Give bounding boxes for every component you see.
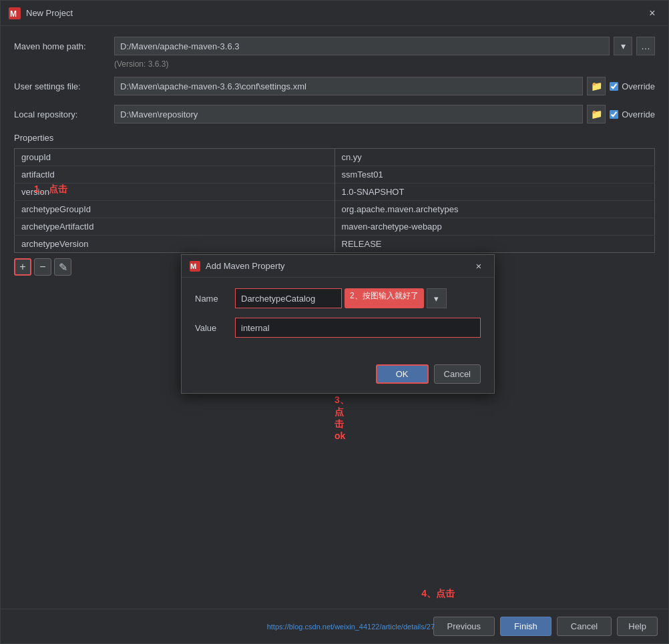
properties-table: groupId cn.yy artifactId ssmTest01 versi… (14, 148, 655, 253)
sub-dialog-title-text: Add Maven Property (206, 261, 471, 271)
maven-home-input-wrap: ▾ … (114, 37, 655, 55)
prop-value-groupid: cn.yy (334, 149, 655, 166)
local-repo-override-label: Override (622, 109, 655, 119)
sub-name-input-wrap: 2、按图输入就好了 ▾ (235, 288, 481, 308)
svg-text:M: M (10, 9, 17, 19)
sub-dialog-footer: OK Cancel (182, 358, 494, 393)
sub-cancel-button[interactable]: Cancel (434, 364, 481, 384)
prop-value-archetypegroupid: org.apache.maven.archetypes (334, 201, 655, 218)
prop-key-archetypegroupid: archetypeGroupId (15, 201, 335, 218)
local-repo-row: Local repository: 📁 Override (14, 105, 655, 123)
sub-value-row: Value (195, 318, 481, 338)
add-maven-property-dialog: M Add Maven Property × Name 2、按图输入就好了 ▾ … (181, 254, 495, 394)
table-row: version 1.0-SNAPSHOT (15, 184, 655, 201)
user-settings-browse[interactable]: 📁 (587, 77, 606, 95)
prop-value-archetypeartifactid: maven-archetype-webapp (334, 218, 655, 236)
footer-url: https://blog.csdn.net/weixin_44122/artic… (267, 623, 435, 631)
ok-button[interactable]: OK (376, 364, 429, 384)
sub-dialog-close-button[interactable]: × (471, 259, 486, 274)
cancel-footer-button[interactable]: Cancel (557, 617, 612, 636)
finish-button[interactable]: Finish (500, 617, 551, 636)
maven-home-dropdown[interactable]: ▾ (614, 37, 632, 55)
sub-value-input[interactable] (235, 318, 481, 338)
prop-value-version: 1.0-SNAPSHOT (334, 184, 655, 201)
sub-dialog-body: Name 2、按图输入就好了 ▾ Value (182, 278, 494, 358)
prop-key-archetypeversion: archetypeVersion (15, 236, 335, 253)
add-property-button[interactable]: + (14, 258, 31, 276)
maven-home-label: Maven home path: (14, 41, 114, 51)
prop-value-artifactid: ssmTest01 (334, 166, 655, 184)
user-settings-input[interactable] (114, 77, 583, 95)
sub-dialog-icon: M (190, 261, 200, 272)
prop-key-groupid: groupId (15, 149, 335, 166)
title-bar: M New Project × (1, 1, 668, 26)
properties-section-title: Properties (14, 133, 655, 143)
local-repo-input-wrap: 📁 Override (114, 105, 655, 123)
local-repo-browse[interactable]: 📁 (587, 105, 606, 123)
user-settings-row: User settings file: 📁 Override (14, 77, 655, 95)
edit-property-button[interactable]: ✎ (54, 258, 71, 276)
name-dropdown-button[interactable]: ▾ (427, 288, 447, 308)
remove-property-button[interactable]: − (34, 258, 51, 276)
annotation-4: 4、点击 (421, 588, 455, 600)
maven-logo-icon: M (9, 7, 21, 19)
close-button[interactable]: × (644, 5, 660, 21)
table-row: archetypeArtifactId maven-archetype-weba… (15, 218, 655, 236)
user-settings-label: User settings file: (14, 81, 114, 91)
local-repo-input[interactable] (114, 105, 583, 123)
sub-name-row: Name 2、按图输入就好了 ▾ (195, 288, 481, 308)
user-settings-override-wrap: Override (610, 81, 655, 91)
prop-value-archetypeversion: RELEASE (334, 236, 655, 253)
local-repo-label: Local repository: (14, 109, 114, 119)
sub-name-input[interactable] (235, 288, 342, 308)
annotation-1: 1、点击 (34, 184, 67, 196)
svg-text:M: M (190, 262, 196, 270)
sub-value-label: Value (195, 323, 235, 333)
maven-home-row: Maven home path: ▾ … (14, 37, 655, 55)
user-settings-override-label: Override (622, 81, 655, 91)
name-annotation-bubble: 2、按图输入就好了 (345, 288, 424, 308)
prop-key-artifactid: artifactId (15, 166, 335, 184)
local-repo-override-checkbox[interactable] (610, 110, 618, 119)
table-row: archetypeGroupId org.apache.maven.archet… (15, 201, 655, 218)
sub-name-label: Name (195, 294, 235, 304)
main-dialog: M New Project × Maven home path: ▾ … (Ve… (0, 0, 669, 644)
maven-home-browse[interactable]: … (636, 37, 655, 55)
dialog-title: New Project (26, 8, 644, 18)
table-row: groupId cn.yy (15, 149, 655, 166)
dialog-footer: https://blog.csdn.net/weixin_44122/artic… (1, 609, 668, 643)
help-button[interactable]: Help (617, 617, 658, 636)
user-settings-override-checkbox[interactable] (610, 82, 618, 91)
local-repo-override-wrap: Override (610, 109, 655, 119)
maven-version: (Version: 3.6.3) (114, 59, 655, 69)
maven-home-input[interactable] (114, 37, 610, 55)
user-settings-input-wrap: 📁 Override (114, 77, 655, 95)
previous-button[interactable]: Previous (433, 617, 495, 636)
sub-dialog-title-bar: M Add Maven Property × (182, 255, 494, 278)
prop-key-archetypeartifactid: archetypeArtifactId (15, 218, 335, 236)
table-row: artifactId ssmTest01 (15, 166, 655, 184)
table-row: archetypeVersion RELEASE (15, 236, 655, 253)
